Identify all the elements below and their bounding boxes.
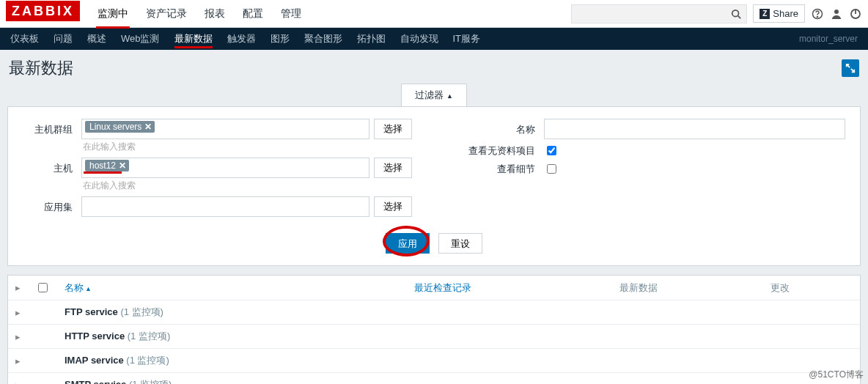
select-application-button[interactable]: 选择 — [374, 196, 412, 217]
fullscreen-button[interactable] — [842, 59, 859, 77]
share-label: Share — [773, 8, 798, 19]
svg-point-0 — [732, 10, 739, 16]
select-all-header[interactable] — [28, 276, 57, 300]
page-title: 最新数据 — [9, 57, 73, 79]
col-last-check[interactable]: 最近检查记录 — [407, 276, 613, 300]
top-nav: 监测中 资产记录 报表 配置 管理 — [89, 1, 571, 27]
topnav-configuration[interactable]: 配置 — [234, 1, 272, 27]
svg-line-1 — [738, 15, 741, 18]
reset-button[interactable]: 重设 — [438, 233, 482, 254]
subnav-maps[interactable]: 拓扑图 — [350, 28, 393, 50]
host-tag[interactable]: host12 ✕ — [85, 160, 129, 171]
share-button[interactable]: Z Share — [753, 4, 805, 23]
host-group-tag[interactable]: Linux servers ✕ — [85, 121, 155, 133]
subnav-web[interactable]: Web监测 — [114, 28, 167, 50]
search-input[interactable] — [571, 4, 747, 23]
table-row[interactable]: ▸HTTP service (1 监控项) — [8, 325, 860, 349]
chevron-up-icon: ▲ — [446, 92, 453, 100]
table-row[interactable]: ▸FTP service (1 监控项) — [8, 300, 860, 325]
expand-row-icon[interactable]: ▸ — [8, 300, 28, 325]
expand-all-header[interactable]: ▸ — [8, 276, 28, 300]
remove-tag-icon[interactable]: ✕ — [119, 160, 126, 171]
table-row[interactable]: ▸SMTP service (1 监控项) — [8, 373, 860, 385]
user-icon[interactable] — [830, 7, 843, 21]
topbar: ZABBIX 监测中 资产记录 报表 配置 管理 Z Share — [0, 0, 868, 28]
label-name: 名称 — [456, 119, 544, 136]
search-wrap — [571, 4, 747, 23]
subnav-latest-data[interactable]: 最新数据 — [167, 28, 220, 50]
row-name: HTTP service (1 监控项) — [57, 325, 407, 349]
subnav-discovery[interactable]: 自动发现 — [393, 28, 446, 50]
filter-tab-wrap: 过滤器▲ — [7, 84, 861, 106]
topnav-monitoring[interactable]: 监测中 — [89, 1, 137, 27]
server-label: monitor_server — [799, 34, 865, 44]
filter-actions: 应用 重设 — [23, 233, 845, 254]
sort-asc-icon: ▲ — [85, 285, 92, 292]
subnav-dashboard[interactable]: 仪表板 — [3, 28, 46, 50]
logo: ZABBIX — [6, 6, 80, 21]
top-actions: Z Share — [571, 4, 862, 23]
logo-text: ZABBIX — [6, 1, 80, 21]
select-all-checkbox[interactable] — [38, 283, 48, 292]
label-host-groups: 主机群组 — [23, 119, 81, 136]
subnav-triggers[interactable]: 触发器 — [220, 28, 263, 50]
application-input[interactable] — [81, 196, 369, 217]
label-application: 应用集 — [23, 196, 81, 214]
results-table: ▸ 名称▲ 最近检查记录 最新数据 更改 ▸FTP service (1 监控项… — [7, 275, 861, 384]
search-icon[interactable] — [729, 7, 743, 21]
sub-nav: 仪表板 问题 概述 Web监测 最新数据 触发器 图形 聚合图形 拓扑图 自动发… — [0, 28, 868, 50]
show-empty-checkbox[interactable] — [547, 146, 556, 155]
label-show-empty: 查看无资料项目 — [456, 144, 544, 158]
topnav-inventory[interactable]: 资产记录 — [137, 1, 196, 27]
hosts-placeholder: 在此输入搜索 — [81, 178, 369, 192]
row-name: SMTP service (1 监控项) — [57, 373, 407, 385]
subnav-overview[interactable]: 概述 — [80, 28, 114, 50]
topnav-reports[interactable]: 报表 — [196, 1, 234, 27]
field-host-groups: 主机群组 Linux servers ✕ 在此输入搜索 选择 — [23, 119, 412, 153]
expand-row-icon[interactable]: ▸ — [8, 325, 28, 349]
host-groups-multiselect[interactable]: Linux servers ✕ — [81, 119, 369, 139]
row-name: IMAP service (1 监控项) — [57, 349, 407, 373]
select-host-groups-button[interactable]: 选择 — [374, 119, 412, 139]
name-input[interactable] — [544, 119, 845, 139]
page-header: 最新数据 — [0, 50, 868, 84]
subnav-itservices[interactable]: IT服务 — [446, 28, 488, 50]
subnav-graphs[interactable]: 图形 — [263, 28, 297, 50]
share-icon: Z — [760, 9, 770, 19]
help-icon[interactable] — [811, 7, 824, 21]
filter-panel: 主机群组 Linux servers ✕ 在此输入搜索 选择 — [7, 106, 861, 266]
row-name: FTP service (1 监控项) — [57, 300, 407, 325]
subnav-screens[interactable]: 聚合图形 — [297, 28, 350, 50]
col-last-data: 最新数据 — [612, 276, 763, 300]
col-name[interactable]: 名称▲ — [57, 276, 407, 300]
watermark: @51CTO博客 — [809, 369, 864, 381]
table-row[interactable]: ▸IMAP service (1 监控项) — [8, 349, 860, 373]
logout-icon[interactable] — [849, 7, 862, 21]
label-hosts: 主机 — [23, 158, 81, 175]
label-show-details: 查看细节 — [456, 163, 544, 176]
show-details-checkbox[interactable] — [547, 164, 556, 174]
underline-annotation — [174, 46, 213, 48]
subnav-problems[interactable]: 问题 — [46, 28, 80, 50]
topnav-administration[interactable]: 管理 — [272, 1, 310, 27]
col-change: 更改 — [763, 276, 860, 300]
content: 过滤器▲ 主机群组 Linux servers ✕ 在此输入搜索 — [0, 84, 868, 384]
expand-row-icon[interactable]: ▸ — [8, 373, 28, 385]
host-groups-placeholder: 在此输入搜索 — [81, 139, 369, 153]
remove-tag-icon[interactable]: ✕ — [144, 122, 152, 132]
field-show-details: 查看细节 — [456, 162, 845, 176]
field-name: 名称 — [456, 119, 845, 139]
apply-button[interactable]: 应用 — [386, 233, 430, 254]
svg-point-3 — [817, 16, 817, 17]
select-hosts-button[interactable]: 选择 — [374, 158, 412, 178]
field-show-empty: 查看无资料项目 — [456, 144, 845, 158]
filter-tab[interactable]: 过滤器▲ — [401, 84, 467, 106]
svg-point-4 — [834, 10, 839, 14]
field-hosts: 主机 host12 ✕ 在此输入搜索 选择 — [23, 158, 412, 192]
hosts-multiselect[interactable]: host12 ✕ — [81, 158, 369, 178]
field-application: 应用集 选择 — [23, 196, 412, 217]
expand-row-icon[interactable]: ▸ — [8, 349, 28, 373]
